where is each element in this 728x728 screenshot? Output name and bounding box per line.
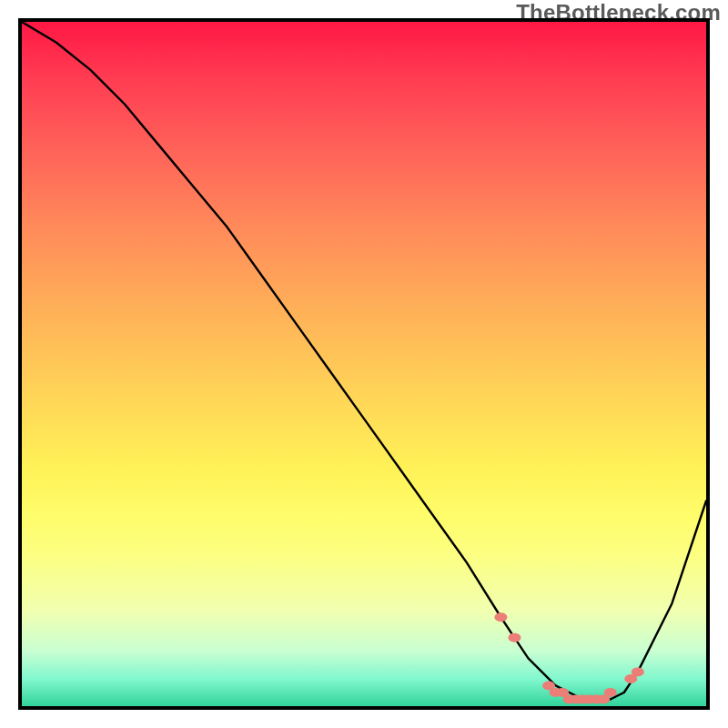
highlight-dots xyxy=(494,612,643,703)
marker-dot xyxy=(604,688,617,697)
marker-dot xyxy=(632,667,644,676)
marker-dot xyxy=(494,612,507,622)
bottleneck-curve xyxy=(22,22,706,699)
curve-layer xyxy=(22,22,706,706)
plot-area xyxy=(18,18,710,710)
chart-canvas: TheBottleneck.com xyxy=(0,0,728,728)
marker-dot xyxy=(508,633,521,642)
